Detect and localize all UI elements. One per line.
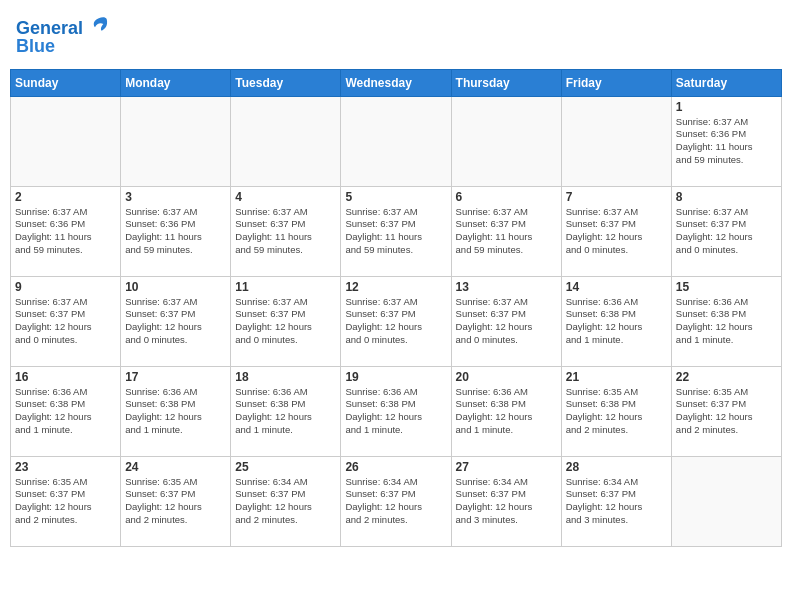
- day-number: 7: [566, 190, 667, 204]
- calendar-cell: 24Sunrise: 6:35 AM Sunset: 6:37 PM Dayli…: [121, 456, 231, 546]
- calendar-week-row: 2Sunrise: 6:37 AM Sunset: 6:36 PM Daylig…: [11, 186, 782, 276]
- day-info: Sunrise: 6:36 AM Sunset: 6:38 PM Dayligh…: [456, 386, 557, 437]
- calendar-cell: 25Sunrise: 6:34 AM Sunset: 6:37 PM Dayli…: [231, 456, 341, 546]
- day-info: Sunrise: 6:36 AM Sunset: 6:38 PM Dayligh…: [566, 296, 667, 347]
- day-info: Sunrise: 6:37 AM Sunset: 6:36 PM Dayligh…: [15, 206, 116, 257]
- day-number: 21: [566, 370, 667, 384]
- day-info: Sunrise: 6:37 AM Sunset: 6:37 PM Dayligh…: [235, 296, 336, 347]
- day-number: 17: [125, 370, 226, 384]
- day-number: 16: [15, 370, 116, 384]
- day-info: Sunrise: 6:34 AM Sunset: 6:37 PM Dayligh…: [345, 476, 446, 527]
- day-number: 13: [456, 280, 557, 294]
- logo-bird-icon: [90, 14, 110, 34]
- calendar-cell: [341, 96, 451, 186]
- calendar-cell: 26Sunrise: 6:34 AM Sunset: 6:37 PM Dayli…: [341, 456, 451, 546]
- day-number: 24: [125, 460, 226, 474]
- calendar-table: SundayMondayTuesdayWednesdayThursdayFrid…: [10, 69, 782, 547]
- day-info: Sunrise: 6:37 AM Sunset: 6:37 PM Dayligh…: [235, 206, 336, 257]
- day-info: Sunrise: 6:37 AM Sunset: 6:37 PM Dayligh…: [15, 296, 116, 347]
- day-info: Sunrise: 6:34 AM Sunset: 6:37 PM Dayligh…: [566, 476, 667, 527]
- calendar-cell: 28Sunrise: 6:34 AM Sunset: 6:37 PM Dayli…: [561, 456, 671, 546]
- calendar-cell: 27Sunrise: 6:34 AM Sunset: 6:37 PM Dayli…: [451, 456, 561, 546]
- day-number: 11: [235, 280, 336, 294]
- calendar-cell: 10Sunrise: 6:37 AM Sunset: 6:37 PM Dayli…: [121, 276, 231, 366]
- calendar-cell: 13Sunrise: 6:37 AM Sunset: 6:37 PM Dayli…: [451, 276, 561, 366]
- day-info: Sunrise: 6:37 AM Sunset: 6:37 PM Dayligh…: [456, 296, 557, 347]
- day-number: 6: [456, 190, 557, 204]
- day-number: 28: [566, 460, 667, 474]
- calendar-cell: 21Sunrise: 6:35 AM Sunset: 6:38 PM Dayli…: [561, 366, 671, 456]
- day-info: Sunrise: 6:34 AM Sunset: 6:37 PM Dayligh…: [456, 476, 557, 527]
- day-number: 12: [345, 280, 446, 294]
- logo-general: General: [16, 18, 83, 38]
- day-number: 22: [676, 370, 777, 384]
- day-header-wednesday: Wednesday: [341, 69, 451, 96]
- day-header-thursday: Thursday: [451, 69, 561, 96]
- day-info: Sunrise: 6:36 AM Sunset: 6:38 PM Dayligh…: [15, 386, 116, 437]
- calendar-cell: 3Sunrise: 6:37 AM Sunset: 6:36 PM Daylig…: [121, 186, 231, 276]
- calendar-week-row: 23Sunrise: 6:35 AM Sunset: 6:37 PM Dayli…: [11, 456, 782, 546]
- calendar-cell: 19Sunrise: 6:36 AM Sunset: 6:38 PM Dayli…: [341, 366, 451, 456]
- day-number: 26: [345, 460, 446, 474]
- day-info: Sunrise: 6:36 AM Sunset: 6:38 PM Dayligh…: [676, 296, 777, 347]
- calendar-cell: 15Sunrise: 6:36 AM Sunset: 6:38 PM Dayli…: [671, 276, 781, 366]
- calendar-cell: 11Sunrise: 6:37 AM Sunset: 6:37 PM Dayli…: [231, 276, 341, 366]
- day-info: Sunrise: 6:37 AM Sunset: 6:36 PM Dayligh…: [676, 116, 777, 167]
- calendar-cell: 9Sunrise: 6:37 AM Sunset: 6:37 PM Daylig…: [11, 276, 121, 366]
- day-number: 4: [235, 190, 336, 204]
- calendar-cell: [121, 96, 231, 186]
- day-number: 8: [676, 190, 777, 204]
- day-number: 5: [345, 190, 446, 204]
- day-header-tuesday: Tuesday: [231, 69, 341, 96]
- day-info: Sunrise: 6:37 AM Sunset: 6:37 PM Dayligh…: [125, 296, 226, 347]
- day-number: 14: [566, 280, 667, 294]
- day-header-monday: Monday: [121, 69, 231, 96]
- calendar-cell: 17Sunrise: 6:36 AM Sunset: 6:38 PM Dayli…: [121, 366, 231, 456]
- day-header-sunday: Sunday: [11, 69, 121, 96]
- day-number: 25: [235, 460, 336, 474]
- calendar-cell: 6Sunrise: 6:37 AM Sunset: 6:37 PM Daylig…: [451, 186, 561, 276]
- calendar-cell: 18Sunrise: 6:36 AM Sunset: 6:38 PM Dayli…: [231, 366, 341, 456]
- calendar-cell: [231, 96, 341, 186]
- day-number: 3: [125, 190, 226, 204]
- calendar-cell: 16Sunrise: 6:36 AM Sunset: 6:38 PM Dayli…: [11, 366, 121, 456]
- calendar-week-row: 16Sunrise: 6:36 AM Sunset: 6:38 PM Dayli…: [11, 366, 782, 456]
- logo: General Blue: [16, 14, 110, 57]
- calendar-cell: 8Sunrise: 6:37 AM Sunset: 6:37 PM Daylig…: [671, 186, 781, 276]
- calendar-cell: 2Sunrise: 6:37 AM Sunset: 6:36 PM Daylig…: [11, 186, 121, 276]
- day-number: 18: [235, 370, 336, 384]
- calendar-cell: [671, 456, 781, 546]
- calendar-cell: 22Sunrise: 6:35 AM Sunset: 6:37 PM Dayli…: [671, 366, 781, 456]
- day-info: Sunrise: 6:37 AM Sunset: 6:37 PM Dayligh…: [566, 206, 667, 257]
- day-info: Sunrise: 6:37 AM Sunset: 6:37 PM Dayligh…: [456, 206, 557, 257]
- calendar-cell: [451, 96, 561, 186]
- day-info: Sunrise: 6:35 AM Sunset: 6:37 PM Dayligh…: [15, 476, 116, 527]
- day-number: 15: [676, 280, 777, 294]
- day-info: Sunrise: 6:34 AM Sunset: 6:37 PM Dayligh…: [235, 476, 336, 527]
- calendar-cell: [561, 96, 671, 186]
- logo-blue: Blue: [16, 37, 110, 57]
- day-info: Sunrise: 6:36 AM Sunset: 6:38 PM Dayligh…: [345, 386, 446, 437]
- calendar-cell: 1Sunrise: 6:37 AM Sunset: 6:36 PM Daylig…: [671, 96, 781, 186]
- calendar-cell: [11, 96, 121, 186]
- day-number: 20: [456, 370, 557, 384]
- day-number: 19: [345, 370, 446, 384]
- day-number: 9: [15, 280, 116, 294]
- day-info: Sunrise: 6:36 AM Sunset: 6:38 PM Dayligh…: [125, 386, 226, 437]
- day-info: Sunrise: 6:37 AM Sunset: 6:37 PM Dayligh…: [345, 296, 446, 347]
- day-info: Sunrise: 6:35 AM Sunset: 6:38 PM Dayligh…: [566, 386, 667, 437]
- calendar-cell: 5Sunrise: 6:37 AM Sunset: 6:37 PM Daylig…: [341, 186, 451, 276]
- calendar-cell: 23Sunrise: 6:35 AM Sunset: 6:37 PM Dayli…: [11, 456, 121, 546]
- calendar-cell: 12Sunrise: 6:37 AM Sunset: 6:37 PM Dayli…: [341, 276, 451, 366]
- calendar-cell: 20Sunrise: 6:36 AM Sunset: 6:38 PM Dayli…: [451, 366, 561, 456]
- day-info: Sunrise: 6:36 AM Sunset: 6:38 PM Dayligh…: [235, 386, 336, 437]
- day-number: 1: [676, 100, 777, 114]
- day-number: 27: [456, 460, 557, 474]
- calendar-week-row: 1Sunrise: 6:37 AM Sunset: 6:36 PM Daylig…: [11, 96, 782, 186]
- day-number: 23: [15, 460, 116, 474]
- calendar-cell: 4Sunrise: 6:37 AM Sunset: 6:37 PM Daylig…: [231, 186, 341, 276]
- day-info: Sunrise: 6:37 AM Sunset: 6:37 PM Dayligh…: [345, 206, 446, 257]
- calendar-cell: 7Sunrise: 6:37 AM Sunset: 6:37 PM Daylig…: [561, 186, 671, 276]
- day-info: Sunrise: 6:37 AM Sunset: 6:36 PM Dayligh…: [125, 206, 226, 257]
- day-info: Sunrise: 6:35 AM Sunset: 6:37 PM Dayligh…: [125, 476, 226, 527]
